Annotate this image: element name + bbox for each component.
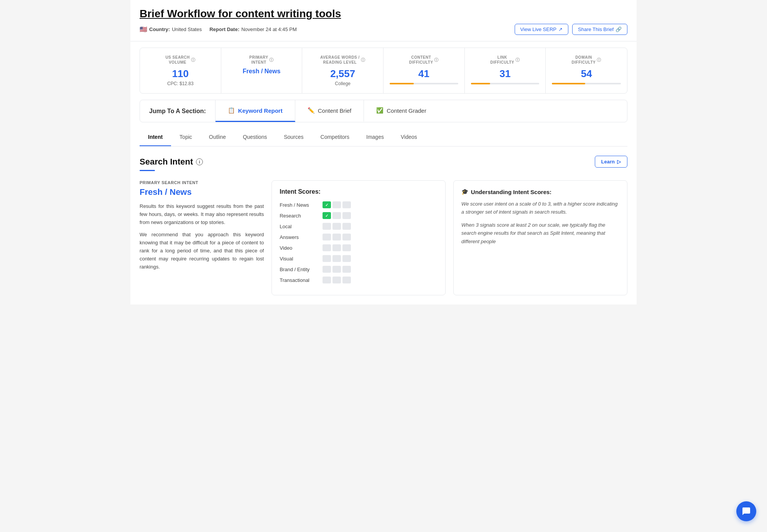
stat-primary-intent: PRIMARYINTENT ⓘ Fresh / News [221,48,303,93]
score-box-empty [323,255,331,262]
score-box-empty [342,234,351,240]
score-box-empty [332,277,341,283]
score-box-empty [332,244,341,251]
jump-tab-content-brief[interactable]: ✏️ Content Brief [295,100,364,122]
report-date-meta: Report Date: November 24 at 4:45 PM [209,26,297,32]
sub-tab-sources[interactable]: Sources [275,128,312,146]
intent-scores-title: Intent Scores: [280,188,438,195]
stat-domain-difficulty: DOMAINDIFFICULTY ⓘ 54 [546,48,627,93]
score-box-empty [342,244,351,251]
score-box-filled: ✓ [323,201,331,208]
meta-row: 🇺🇸 Country: United States Report Date: N… [140,24,627,35]
score-box-empty [342,255,351,262]
score-row-transactional: Transactional [280,277,438,283]
three-column-layout: PRIMARY SEARCH INTENT Fresh / News Resul… [140,180,627,295]
info-icon-volume[interactable]: ⓘ [191,57,196,63]
understanding-text-2: When 3 signals score at least 2 on our s… [461,221,619,245]
content-grader-icon: ✅ [376,107,384,114]
jump-nav-label: Jump To A Section: [140,100,216,122]
primary-intent-value[interactable]: Fresh / News [227,68,296,75]
sub-tab-topic[interactable]: Topic [171,128,201,146]
info-icon-link-diff[interactable]: ⓘ [515,57,520,63]
external-link-icon: ↗ [558,26,563,32]
section-header: Search Intent i Learn ▷ [140,156,627,168]
score-box-empty [332,212,341,219]
intent-desc-1: Results for this keyword suggest results… [140,203,264,226]
info-icon-search-intent[interactable]: i [196,158,203,165]
score-box-empty [332,234,341,240]
score-box-filled: ✓ [323,212,331,219]
stat-us-search-volume: US SEARCHVOLUME ⓘ 110 CPC: $12.83 [140,48,221,93]
info-icon-intent[interactable]: ⓘ [269,57,274,63]
section-title: Search Intent i [140,157,203,167]
page-title: Brief Workflow for content writing tools [140,8,627,20]
link-icon: 🔗 [616,26,622,32]
content-brief-icon: ✏️ [308,107,315,114]
score-box-empty [342,212,351,219]
score-row-research: Research ✓ [280,212,438,219]
country-meta: 🇺🇸 Country: United States [140,26,202,33]
intent-column: PRIMARY SEARCH INTENT Fresh / News Resul… [140,180,264,295]
understanding-text-1: We score user intent on a scale of 0 to … [461,200,619,216]
score-box-empty [332,223,341,230]
section-divider [140,170,155,171]
score-box-empty [332,201,341,208]
play-icon: ▷ [617,159,621,165]
view-live-serp-button[interactable]: View Live SERP ↗ [515,24,568,35]
stats-bar: US SEARCHVOLUME ⓘ 110 CPC: $12.83 PRIMAR… [140,48,627,94]
jump-tab-keyword-report[interactable]: 📋 Keyword Report [216,100,295,122]
jump-tab-content-grader[interactable]: ✅ Content Grader [364,100,438,122]
score-box-empty [323,244,331,251]
content-area: Search Intent i Learn ▷ PRIMARY SEARCH I… [130,147,637,305]
score-row-video: Video [280,244,438,251]
share-brief-button[interactable]: Share This Brief 🔗 [572,24,627,35]
score-box-empty [332,255,341,262]
score-box-empty [323,223,331,230]
header-buttons: View Live SERP ↗ Share This Brief 🔗 [515,24,627,35]
page-header: Brief Workflow for content writing tools… [130,0,637,41]
score-box-empty [342,201,351,208]
graduation-icon: 🎓 [461,188,469,195]
stat-content-difficulty: CONTENTDIFFICULTY ⓘ 41 [384,48,465,93]
score-row-local: Local [280,223,438,230]
info-icon-words[interactable]: ⓘ [361,57,365,63]
score-box-empty [323,266,331,273]
stat-link-difficulty: LINKDIFFICULTY ⓘ 31 [465,48,546,93]
sub-tab-competitors[interactable]: Competitors [312,128,358,146]
score-row-answers: Answers [280,234,438,240]
stat-avg-words: AVERAGE WORDS /READING LEVEL ⓘ 2,557 Col… [302,48,384,93]
info-icon-domain-diff[interactable]: ⓘ [597,57,601,63]
sub-tab-videos[interactable]: Videos [392,128,426,146]
score-row-visual: Visual [280,255,438,262]
score-box-empty [323,234,331,240]
keyword-report-icon: 📋 [228,107,235,114]
intent-scores-column: Intent Scores: Fresh / News ✓ Research ✓ [272,180,446,295]
intent-value: Fresh / News [140,187,264,197]
info-icon-content-diff[interactable]: ⓘ [434,57,439,63]
sub-tab-intent[interactable]: Intent [140,128,171,146]
primary-intent-label: PRIMARY SEARCH INTENT [140,180,264,185]
sub-tab-questions[interactable]: Questions [234,128,275,146]
score-row-brand-entity: Brand / Entity [280,266,438,273]
sub-tabs: Intent Topic Outline Questions Sources C… [140,128,627,147]
understanding-title: 🎓 Understanding Intent Scores: [461,188,619,195]
sub-tab-outline[interactable]: Outline [201,128,234,146]
score-row-fresh: Fresh / News ✓ [280,201,438,208]
score-box-empty [342,223,351,230]
score-box-empty [342,266,351,273]
intent-desc-2: We recommend that you approach this keyw… [140,231,264,271]
learn-button[interactable]: Learn ▷ [595,156,627,168]
score-box-empty [323,277,331,283]
score-box-empty [342,277,351,283]
flag-icon: 🇺🇸 [140,26,147,33]
sub-tab-images[interactable]: Images [358,128,392,146]
jump-nav: Jump To A Section: 📋 Keyword Report ✏️ C… [140,100,627,122]
understanding-column: 🎓 Understanding Intent Scores: We score … [453,180,627,295]
score-box-empty [332,266,341,273]
